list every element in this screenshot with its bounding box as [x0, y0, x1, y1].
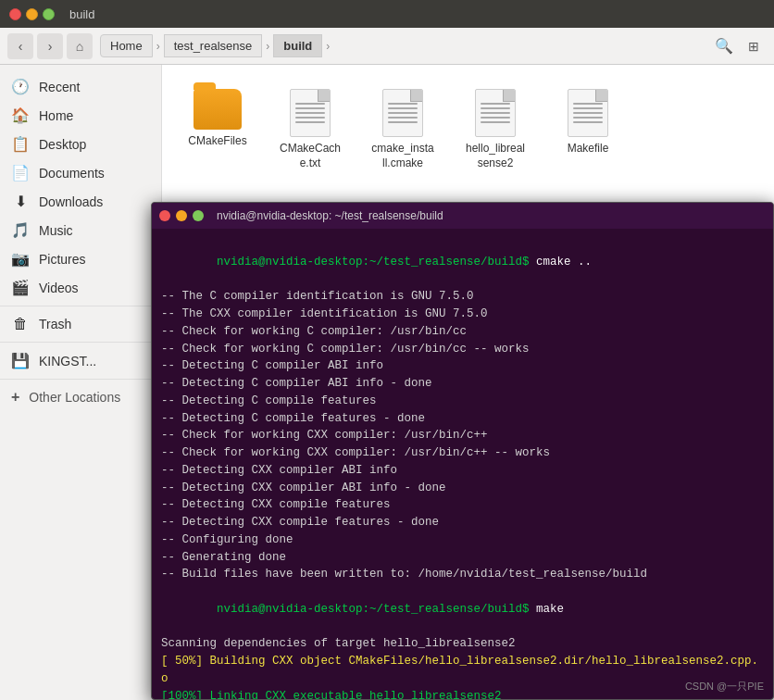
sidebar-divider-1 — [0, 306, 161, 306]
breadcrumb: Home › test_realsense › build › — [100, 34, 333, 57]
term-line-11: -- Check for working CXX compiler: /usr/… — [161, 444, 764, 462]
sidebar-item-documents[interactable]: 📄 Documents — [0, 158, 161, 187]
fm-sidebar: 🕐 Recent 🏠 Home 📋 Desktop 📄 Documents ⬇ … — [0, 65, 162, 700]
file-name-cmakefiles: CMakeFiles — [188, 134, 246, 149]
terminal-titlebar: nvidia@nvidia-desktop: ~/test_realsense/… — [152, 203, 773, 229]
up-button[interactable]: ⌂ — [67, 33, 93, 59]
term-line-2: -- The C compiler identification is GNU … — [161, 288, 764, 306]
sidebar-item-videos[interactable]: 🎬 Videos — [0, 273, 161, 302]
file-name-cmake-install: cmake_install.cmake — [371, 142, 434, 170]
doc-icon-cmake-install — [382, 89, 423, 137]
sidebar-add-button[interactable]: + Other Locations — [0, 383, 161, 411]
view-toggle-button[interactable]: ⊞ — [741, 33, 767, 59]
sidebar-item-drive[interactable]: 💾 KINGST... — [0, 346, 161, 375]
term-line-10: -- Check for working CXX compiler: /usr/… — [161, 427, 764, 444]
term-line-7: -- Detecting C compiler ABI info - done — [161, 375, 764, 393]
fm-titlebar: build — [0, 0, 774, 28]
back-button[interactable]: ‹ — [7, 33, 33, 59]
music-icon: 🎵 — [11, 221, 30, 239]
sidebar-item-music[interactable]: 🎵 Music — [0, 216, 161, 244]
minimize-button[interactable] — [26, 8, 38, 20]
sidebar-label-videos: Videos — [39, 281, 79, 295]
file-name-cmakecache: CMakeCache.txt — [279, 142, 342, 170]
doc-icon-cmakecache — [290, 89, 331, 137]
doc-icon-makefile — [568, 89, 608, 137]
file-item-cmake-install[interactable]: cmake_install.cmake — [366, 83, 440, 176]
file-item-hello[interactable]: hello_librealsense2 — [458, 83, 532, 176]
folder-icon-cmakefiles — [194, 89, 242, 130]
sidebar-label-recent: Recent — [39, 80, 80, 94]
sidebar-item-recent[interactable]: 🕐 Recent — [0, 72, 161, 101]
sidebar-item-pictures[interactable]: 📷 Pictures — [0, 244, 161, 273]
term-line-12: -- Detecting CXX compiler ABI info — [161, 462, 764, 480]
fm-titlebar-buttons — [9, 8, 55, 20]
file-name-makefile: Makefile — [568, 142, 609, 156]
terminal-maximize-button[interactable] — [193, 210, 204, 221]
search-button[interactable]: 🔍 — [711, 33, 737, 59]
term-cmd-2: make — [536, 603, 564, 616]
breadcrumb-build[interactable]: build — [273, 34, 322, 57]
term-line-22: [100%] Linking CXX executable hello_libr… — [161, 688, 764, 700]
watermark: CSDN @一只PIE — [685, 680, 764, 694]
documents-icon: 📄 — [11, 164, 30, 181]
window-title: build — [69, 7, 94, 21]
term-line-4: -- Check for working C compiler: /usr/bi… — [161, 323, 764, 341]
breadcrumb-test-realsense[interactable]: test_realsense — [164, 34, 263, 57]
forward-button[interactable]: › — [37, 33, 63, 59]
sidebar-item-trash[interactable]: 🗑 Trash — [0, 310, 161, 338]
file-manager: build ‹ › ⌂ Home › test_realsense › buil… — [0, 0, 774, 700]
term-line-20: Scanning dependencies of target hello_li… — [161, 635, 764, 653]
term-line-13: -- Detecting CXX compiler ABI info - don… — [161, 480, 764, 497]
breadcrumb-sep-1: › — [153, 40, 164, 53]
terminal-window: nvidia@nvidia-desktop: ~/test_realsense/… — [151, 202, 774, 700]
file-item-cmakecache[interactable]: CMakeCache.txt — [273, 83, 347, 176]
videos-icon: 🎬 — [11, 279, 30, 296]
fm-toolbar: ‹ › ⌂ Home › test_realsense › build › 🔍 … — [0, 28, 774, 65]
sidebar-item-downloads[interactable]: ⬇ Downloads — [0, 187, 161, 216]
sidebar-label-documents: Documents — [39, 166, 105, 181]
add-icon: + — [11, 389, 19, 406]
sidebar-label-desktop: Desktop — [39, 137, 86, 152]
term-line-16: -- Configuring done — [161, 531, 764, 549]
terminal-body[interactable]: nvidia@nvidia-desktop:~/test_realsense/b… — [152, 229, 773, 699]
term-line-17: -- Generating done — [161, 549, 764, 567]
term-prompt-2: nvidia@nvidia-desktop:~/test_realsense/b… — [217, 603, 536, 616]
close-button[interactable] — [9, 8, 21, 20]
maximize-button[interactable] — [43, 8, 55, 20]
term-line-6: -- Detecting C compiler ABI info — [161, 357, 764, 375]
sidebar-label-other: Other Locations — [29, 390, 120, 405]
terminal-title: nvidia@nvidia-desktop: ~/test_realsense/… — [217, 209, 443, 222]
term-prompt-1: nvidia@nvidia-desktop:~/test_realsense/b… — [217, 256, 536, 269]
terminal-close-button[interactable] — [159, 210, 170, 221]
sidebar-label-downloads: Downloads — [39, 194, 103, 209]
recent-icon: 🕐 — [11, 78, 30, 95]
term-line-19: nvidia@nvidia-desktop:~/test_realsense/b… — [161, 583, 764, 635]
term-line-18: -- Build files have been written to: /ho… — [161, 566, 764, 583]
term-line-9: -- Detecting C compile features - done — [161, 410, 764, 428]
sidebar-item-home[interactable]: 🏠 Home — [0, 101, 161, 130]
pictures-icon: 📷 — [11, 250, 30, 268]
term-line-8: -- Detecting C compile features — [161, 393, 764, 410]
doc-icon-hello — [475, 89, 516, 137]
trash-icon: 🗑 — [11, 316, 30, 332]
sidebar-item-desktop[interactable]: 📋 Desktop — [0, 130, 161, 158]
terminal-minimize-button[interactable] — [176, 210, 187, 221]
breadcrumb-home[interactable]: Home — [100, 34, 153, 57]
sidebar-label-home: Home — [39, 108, 73, 123]
sidebar-label-drive: KINGST... — [39, 354, 96, 369]
file-item-makefile[interactable]: Makefile — [551, 83, 625, 176]
sidebar-divider-3 — [0, 379, 161, 380]
sidebar-label-pictures: Pictures — [39, 252, 86, 267]
breadcrumb-sep-2: › — [262, 40, 273, 53]
breadcrumb-end: › — [322, 40, 333, 53]
term-line-15: -- Detecting CXX compile features - done — [161, 514, 764, 531]
sidebar-divider-2 — [0, 342, 161, 343]
term-line-1: nvidia@nvidia-desktop:~/test_realsense/b… — [161, 236, 764, 288]
sidebar-label-music: Music — [39, 223, 73, 238]
term-line-14: -- Detecting CXX compile features — [161, 496, 764, 514]
term-line-3: -- The CXX compiler identification is GN… — [161, 306, 764, 323]
term-line-5: -- Check for working C compiler: /usr/bi… — [161, 341, 764, 358]
file-item-cmakefiles[interactable]: CMakeFiles — [181, 83, 255, 176]
file-name-hello: hello_librealsense2 — [464, 142, 527, 170]
term-line-21: [ 50%] Building CXX object CMakeFiles/he… — [161, 653, 764, 688]
